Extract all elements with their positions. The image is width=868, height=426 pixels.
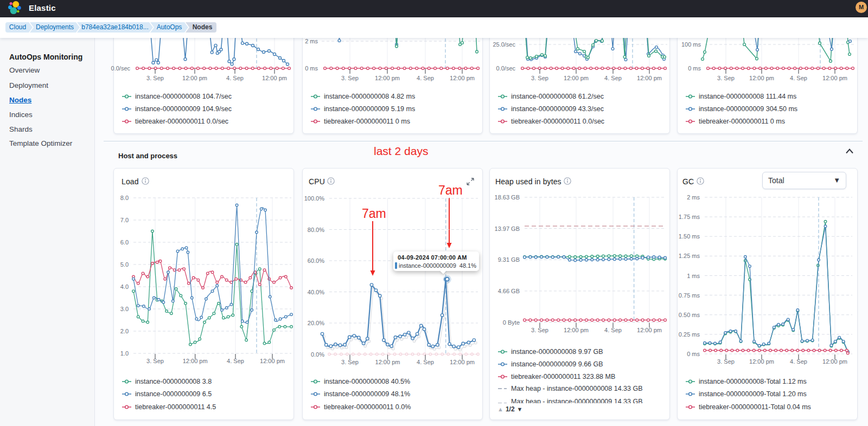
svg-text:40.0%: 40.0% [308, 289, 324, 295]
svg-text:3. Sep: 3. Sep [717, 358, 735, 365]
svg-text:3. Sep: 3. Sep [146, 358, 164, 364]
svg-text:12:00 pm: 12:00 pm [182, 75, 207, 81]
svg-text:1 ms: 1 ms [687, 273, 700, 279]
svg-text:3. Sep: 3. Sep [531, 327, 548, 333]
svg-text:4. Sep: 4. Sep [790, 75, 807, 81]
svg-text:1.0: 1.0 [120, 350, 129, 357]
svg-text:12:00 pm: 12:00 pm [450, 75, 475, 81]
svg-text:2 ms: 2 ms [687, 194, 700, 201]
svg-text:12:00 pm: 12:00 pm [564, 327, 589, 333]
svg-text:2 ms: 2 ms [305, 38, 318, 44]
svg-text:4.66 GB: 4.66 GB [498, 288, 520, 294]
svg-text:0 Byte: 0 Byte [503, 319, 520, 326]
svg-text:9.31 GB: 9.31 GB [498, 256, 520, 263]
svg-text:3. Sep: 3. Sep [531, 75, 548, 81]
svg-text:12:00 pm: 12:00 pm [637, 75, 662, 81]
svg-text:12:00 pm: 12:00 pm [822, 75, 847, 81]
svg-text:18.63 GB: 18.63 GB [495, 194, 520, 201]
svg-text:25.0/sec: 25.0/sec [493, 41, 515, 48]
svg-text:12:00 pm: 12:00 pm [564, 75, 589, 81]
svg-text:1.25 ms: 1.25 ms [679, 253, 700, 259]
svg-text:0 ms: 0 ms [305, 65, 318, 72]
svg-text:12:00 pm: 12:00 pm [637, 327, 662, 333]
svg-text:4. Sep: 4. Sep [790, 358, 807, 365]
svg-text:12:00 pm: 12:00 pm [375, 359, 400, 365]
svg-text:4. Sep: 4. Sep [417, 75, 434, 81]
svg-text:12:00 pm: 12:00 pm [260, 358, 285, 364]
svg-text:4. Sep: 4. Sep [604, 327, 622, 333]
svg-text:0.0%: 0.0% [311, 351, 324, 358]
svg-text:13.97 GB: 13.97 GB [495, 225, 520, 232]
svg-text:3. Sep: 3. Sep [146, 75, 164, 81]
svg-text:7.0: 7.0 [120, 217, 129, 223]
svg-text:0.75 ms: 0.75 ms [679, 292, 700, 299]
svg-text:12:00 pm: 12:00 pm [183, 358, 208, 364]
svg-text:1.75 ms: 1.75 ms [679, 214, 700, 220]
svg-text:0 ms: 0 ms [688, 65, 701, 72]
svg-text:8.0: 8.0 [120, 195, 129, 201]
svg-text:4. Sep: 4. Sep [226, 75, 244, 81]
svg-text:100 ms: 100 ms [681, 41, 701, 48]
svg-text:0.50 ms: 0.50 ms [679, 312, 700, 318]
svg-text:3. Sep: 3. Sep [341, 75, 359, 81]
svg-text:100.0%: 100.0% [304, 195, 325, 202]
svg-text:80.0%: 80.0% [308, 227, 324, 233]
svg-text:12:00 pm: 12:00 pm [749, 358, 774, 365]
svg-text:20.0%: 20.0% [308, 320, 324, 326]
svg-text:60.0%: 60.0% [308, 257, 324, 264]
svg-text:0 ms: 0 ms [687, 351, 700, 357]
svg-text:0.25 ms: 0.25 ms [679, 331, 700, 338]
svg-text:3. Sep: 3. Sep [717, 75, 735, 81]
svg-text:2.0: 2.0 [120, 328, 129, 334]
svg-text:0.0/sec: 0.0/sec [111, 65, 131, 72]
svg-text:12:00 pm: 12:00 pm [375, 75, 400, 81]
svg-text:12:00 pm: 12:00 pm [822, 358, 847, 365]
svg-text:12:00 pm: 12:00 pm [450, 359, 475, 365]
svg-text:4.0: 4.0 [120, 283, 129, 290]
svg-text:0.0/sec: 0.0/sec [496, 65, 516, 72]
svg-text:12:00 pm: 12:00 pm [262, 75, 287, 81]
svg-text:1.50 ms: 1.50 ms [679, 233, 700, 240]
svg-text:6.0: 6.0 [120, 239, 129, 246]
svg-text:4. Sep: 4. Sep [227, 358, 244, 364]
svg-text:4. Sep: 4. Sep [417, 359, 434, 365]
svg-text:4. Sep: 4. Sep [604, 75, 622, 81]
svg-text:5.0: 5.0 [120, 261, 129, 268]
svg-text:3. Sep: 3. Sep [341, 359, 359, 365]
svg-text:3.0: 3.0 [120, 306, 129, 312]
svg-text:12:00 pm: 12:00 pm [749, 75, 774, 81]
